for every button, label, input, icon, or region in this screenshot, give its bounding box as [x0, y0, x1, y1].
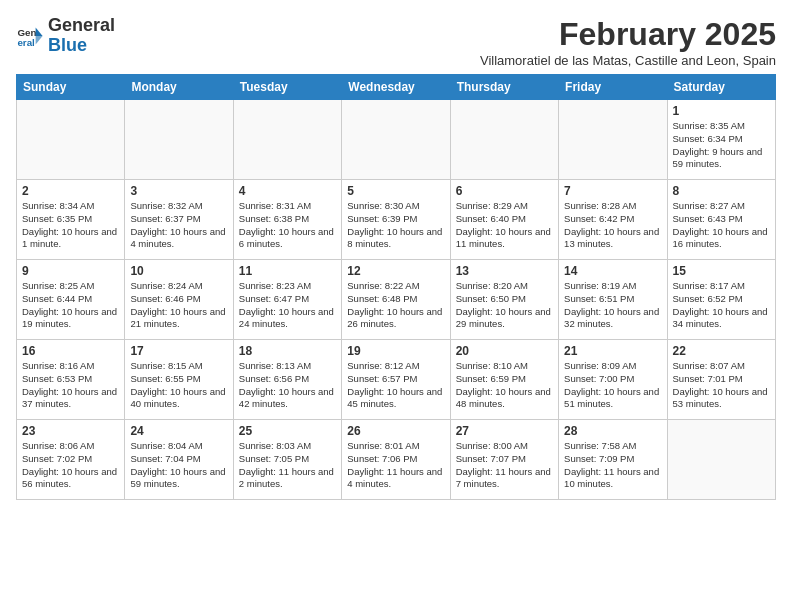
calendar-day-15: 15Sunrise: 8:17 AM Sunset: 6:52 PM Dayli… — [667, 260, 775, 340]
day-number: 6 — [456, 184, 553, 198]
calendar-week-row: 9Sunrise: 8:25 AM Sunset: 6:44 PM Daylig… — [17, 260, 776, 340]
day-number: 25 — [239, 424, 336, 438]
day-number: 2 — [22, 184, 119, 198]
day-info: Sunrise: 8:27 AM Sunset: 6:43 PM Dayligh… — [673, 200, 770, 251]
calendar-header-sunday: Sunday — [17, 75, 125, 100]
calendar-day-2: 2Sunrise: 8:34 AM Sunset: 6:35 PM Daylig… — [17, 180, 125, 260]
day-info: Sunrise: 8:19 AM Sunset: 6:51 PM Dayligh… — [564, 280, 661, 331]
logo: Gen eral General Blue — [16, 16, 115, 56]
calendar-week-row: 2Sunrise: 8:34 AM Sunset: 6:35 PM Daylig… — [17, 180, 776, 260]
calendar-header-thursday: Thursday — [450, 75, 558, 100]
calendar-day-25: 25Sunrise: 8:03 AM Sunset: 7:05 PM Dayli… — [233, 420, 341, 500]
subtitle: Villamoratiel de las Matas, Castille and… — [480, 53, 776, 68]
calendar-day-24: 24Sunrise: 8:04 AM Sunset: 7:04 PM Dayli… — [125, 420, 233, 500]
calendar-week-row: 23Sunrise: 8:06 AM Sunset: 7:02 PM Dayli… — [17, 420, 776, 500]
day-number: 17 — [130, 344, 227, 358]
day-info: Sunrise: 8:28 AM Sunset: 6:42 PM Dayligh… — [564, 200, 661, 251]
calendar-day-18: 18Sunrise: 8:13 AM Sunset: 6:56 PM Dayli… — [233, 340, 341, 420]
svg-marker-2 — [36, 27, 43, 35]
calendar-day-11: 11Sunrise: 8:23 AM Sunset: 6:47 PM Dayli… — [233, 260, 341, 340]
calendar-header-wednesday: Wednesday — [342, 75, 450, 100]
day-info: Sunrise: 7:58 AM Sunset: 7:09 PM Dayligh… — [564, 440, 661, 491]
main-title: February 2025 — [480, 16, 776, 53]
calendar-day-28: 28Sunrise: 7:58 AM Sunset: 7:09 PM Dayli… — [559, 420, 667, 500]
calendar-day-9: 9Sunrise: 8:25 AM Sunset: 6:44 PM Daylig… — [17, 260, 125, 340]
day-number: 4 — [239, 184, 336, 198]
day-info: Sunrise: 8:09 AM Sunset: 7:00 PM Dayligh… — [564, 360, 661, 411]
day-info: Sunrise: 8:31 AM Sunset: 6:38 PM Dayligh… — [239, 200, 336, 251]
calendar-header-row: SundayMondayTuesdayWednesdayThursdayFrid… — [17, 75, 776, 100]
calendar-header-saturday: Saturday — [667, 75, 775, 100]
day-info: Sunrise: 8:12 AM Sunset: 6:57 PM Dayligh… — [347, 360, 444, 411]
day-info: Sunrise: 8:24 AM Sunset: 6:46 PM Dayligh… — [130, 280, 227, 331]
day-info: Sunrise: 8:23 AM Sunset: 6:47 PM Dayligh… — [239, 280, 336, 331]
day-number: 18 — [239, 344, 336, 358]
calendar-day-6: 6Sunrise: 8:29 AM Sunset: 6:40 PM Daylig… — [450, 180, 558, 260]
calendar-day-5: 5Sunrise: 8:30 AM Sunset: 6:39 PM Daylig… — [342, 180, 450, 260]
day-info: Sunrise: 8:30 AM Sunset: 6:39 PM Dayligh… — [347, 200, 444, 251]
calendar-day-22: 22Sunrise: 8:07 AM Sunset: 7:01 PM Dayli… — [667, 340, 775, 420]
day-number: 28 — [564, 424, 661, 438]
day-number: 22 — [673, 344, 770, 358]
day-info: Sunrise: 8:04 AM Sunset: 7:04 PM Dayligh… — [130, 440, 227, 491]
calendar-empty-cell — [559, 100, 667, 180]
calendar-empty-cell — [667, 420, 775, 500]
calendar-day-14: 14Sunrise: 8:19 AM Sunset: 6:51 PM Dayli… — [559, 260, 667, 340]
day-number: 5 — [347, 184, 444, 198]
calendar-day-4: 4Sunrise: 8:31 AM Sunset: 6:38 PM Daylig… — [233, 180, 341, 260]
calendar-day-8: 8Sunrise: 8:27 AM Sunset: 6:43 PM Daylig… — [667, 180, 775, 260]
day-info: Sunrise: 8:07 AM Sunset: 7:01 PM Dayligh… — [673, 360, 770, 411]
calendar-day-19: 19Sunrise: 8:12 AM Sunset: 6:57 PM Dayli… — [342, 340, 450, 420]
day-number: 10 — [130, 264, 227, 278]
day-number: 19 — [347, 344, 444, 358]
day-info: Sunrise: 8:20 AM Sunset: 6:50 PM Dayligh… — [456, 280, 553, 331]
day-number: 7 — [564, 184, 661, 198]
calendar-day-21: 21Sunrise: 8:09 AM Sunset: 7:00 PM Dayli… — [559, 340, 667, 420]
day-info: Sunrise: 8:32 AM Sunset: 6:37 PM Dayligh… — [130, 200, 227, 251]
day-number: 13 — [456, 264, 553, 278]
calendar-empty-cell — [17, 100, 125, 180]
calendar-day-16: 16Sunrise: 8:16 AM Sunset: 6:53 PM Dayli… — [17, 340, 125, 420]
calendar-day-20: 20Sunrise: 8:10 AM Sunset: 6:59 PM Dayli… — [450, 340, 558, 420]
day-info: Sunrise: 8:13 AM Sunset: 6:56 PM Dayligh… — [239, 360, 336, 411]
calendar-day-7: 7Sunrise: 8:28 AM Sunset: 6:42 PM Daylig… — [559, 180, 667, 260]
day-number: 11 — [239, 264, 336, 278]
day-info: Sunrise: 8:22 AM Sunset: 6:48 PM Dayligh… — [347, 280, 444, 331]
day-info: Sunrise: 8:16 AM Sunset: 6:53 PM Dayligh… — [22, 360, 119, 411]
day-number: 14 — [564, 264, 661, 278]
calendar-week-row: 16Sunrise: 8:16 AM Sunset: 6:53 PM Dayli… — [17, 340, 776, 420]
calendar-day-23: 23Sunrise: 8:06 AM Sunset: 7:02 PM Dayli… — [17, 420, 125, 500]
day-number: 9 — [22, 264, 119, 278]
day-info: Sunrise: 8:06 AM Sunset: 7:02 PM Dayligh… — [22, 440, 119, 491]
calendar-day-26: 26Sunrise: 8:01 AM Sunset: 7:06 PM Dayli… — [342, 420, 450, 500]
day-number: 3 — [130, 184, 227, 198]
logo-text: General Blue — [48, 16, 115, 56]
day-number: 15 — [673, 264, 770, 278]
calendar-day-12: 12Sunrise: 8:22 AM Sunset: 6:48 PM Dayli… — [342, 260, 450, 340]
day-info: Sunrise: 8:10 AM Sunset: 6:59 PM Dayligh… — [456, 360, 553, 411]
calendar-week-row: 1Sunrise: 8:35 AM Sunset: 6:34 PM Daylig… — [17, 100, 776, 180]
calendar-header-tuesday: Tuesday — [233, 75, 341, 100]
calendar-day-27: 27Sunrise: 8:00 AM Sunset: 7:07 PM Dayli… — [450, 420, 558, 500]
day-info: Sunrise: 8:29 AM Sunset: 6:40 PM Dayligh… — [456, 200, 553, 251]
calendar-empty-cell — [342, 100, 450, 180]
day-info: Sunrise: 8:35 AM Sunset: 6:34 PM Dayligh… — [673, 120, 770, 171]
day-number: 24 — [130, 424, 227, 438]
calendar-empty-cell — [125, 100, 233, 180]
day-info: Sunrise: 8:17 AM Sunset: 6:52 PM Dayligh… — [673, 280, 770, 331]
logo-icon: Gen eral — [16, 22, 44, 50]
calendar-day-1: 1Sunrise: 8:35 AM Sunset: 6:34 PM Daylig… — [667, 100, 775, 180]
calendar-header-monday: Monday — [125, 75, 233, 100]
day-number: 8 — [673, 184, 770, 198]
day-number: 20 — [456, 344, 553, 358]
day-info: Sunrise: 8:00 AM Sunset: 7:07 PM Dayligh… — [456, 440, 553, 491]
day-info: Sunrise: 8:01 AM Sunset: 7:06 PM Dayligh… — [347, 440, 444, 491]
calendar-day-13: 13Sunrise: 8:20 AM Sunset: 6:50 PM Dayli… — [450, 260, 558, 340]
calendar-day-10: 10Sunrise: 8:24 AM Sunset: 6:46 PM Dayli… — [125, 260, 233, 340]
calendar-day-17: 17Sunrise: 8:15 AM Sunset: 6:55 PM Dayli… — [125, 340, 233, 420]
title-block: February 2025 Villamoratiel de las Matas… — [480, 16, 776, 68]
day-info: Sunrise: 8:34 AM Sunset: 6:35 PM Dayligh… — [22, 200, 119, 251]
svg-marker-3 — [36, 36, 43, 44]
calendar-day-3: 3Sunrise: 8:32 AM Sunset: 6:37 PM Daylig… — [125, 180, 233, 260]
day-number: 26 — [347, 424, 444, 438]
